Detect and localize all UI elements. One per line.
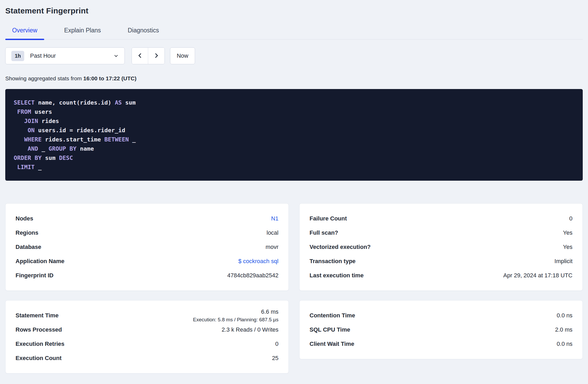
- info-row-label: Last execution time: [310, 272, 371, 279]
- tab-overview[interactable]: Overview: [5, 27, 44, 39]
- info-row: Failure Count0: [310, 211, 572, 226]
- info-row-label: Failure Count: [310, 215, 355, 222]
- info-row: Fingerprint ID4784cb829aab2542: [16, 268, 278, 283]
- sql-line: SELECT name, count(rides.id) AS sum: [14, 98, 574, 107]
- info-row-label: Fingerprint ID: [16, 272, 61, 279]
- sql-line: WHERE rides.start_time BETWEEN _: [14, 135, 574, 144]
- info-row: Regionslocal: [16, 226, 278, 240]
- info-row-label: Regions: [16, 229, 46, 236]
- info-row-value: Yes: [563, 244, 572, 250]
- info-row: NodesN1: [16, 211, 278, 226]
- info-row: Full scan?Yes: [310, 226, 572, 240]
- sql-statement-text: SELECT name, count(rides.id) AS sum FROM…: [14, 98, 574, 172]
- info-row-label: Execution Retries: [16, 341, 72, 347]
- info-row: Transaction typeImplicit: [310, 254, 572, 268]
- chevron-right-icon: [153, 52, 160, 60]
- sql-line: JOIN rides: [14, 116, 574, 126]
- info-row-value: 0.0 ns: [557, 312, 572, 319]
- info-row-value: Apr 29, 2024 at 17:18 UTC: [503, 272, 572, 279]
- sql-line: FROM users: [14, 107, 574, 116]
- info-row-label: Transaction type: [310, 258, 363, 265]
- previous-time-window-button[interactable]: [132, 48, 148, 64]
- now-button[interactable]: Now: [170, 47, 195, 64]
- info-row: Databasemovr: [16, 240, 278, 254]
- info-row-label: Contention Time: [310, 312, 363, 319]
- resource-times-card: Contention Time0.0 nsSQL CPU Time2.0 msC…: [299, 300, 583, 359]
- info-row: Execution Retries0: [16, 337, 278, 351]
- info-row-value-link[interactable]: N1: [271, 215, 278, 222]
- info-row-value-link[interactable]: $ cockroach sql: [238, 258, 278, 264]
- info-row-value: 2.0 ms: [555, 326, 572, 333]
- info-row-value: movr: [266, 244, 278, 250]
- chevron-left-icon: [137, 52, 143, 60]
- sql-line: ORDER BY sum DESC: [14, 153, 574, 163]
- info-row-label: Database: [16, 244, 49, 250]
- info-row: Contention Time0.0 ns: [310, 308, 572, 323]
- statement-details-card: NodesN1RegionslocalDatabasemovrApplicati…: [5, 203, 289, 291]
- info-row-label: Rows Processed: [16, 326, 70, 333]
- info-row: Last execution timeApr 29, 2024 at 17:18…: [310, 268, 572, 283]
- statement-times-card: Statement Time6.6 msExecution: 5.8 ms / …: [5, 300, 289, 373]
- info-row-label: Execution Count: [16, 355, 69, 362]
- aggregated-stats-prefix: Showing aggregated stats from: [5, 75, 83, 81]
- info-row-value: 25: [272, 355, 278, 361]
- info-row-label: Statement Time: [16, 312, 66, 319]
- time-controls: 1h Past Hour Now: [5, 47, 583, 64]
- time-window-nav: [132, 47, 165, 64]
- execution-attributes-card: Failure Count0Full scan?YesVectorized ex…: [299, 203, 583, 291]
- time-range-label: Past Hour: [30, 52, 56, 59]
- info-row-value: 4784cb829aab2542: [227, 272, 278, 279]
- info-row-value: 2.3 k Reads / 0 Writes: [222, 326, 278, 333]
- info-row: Client Wait Time0.0 ns: [310, 337, 572, 351]
- time-interval-badge: 1h: [11, 51, 24, 61]
- info-row-value: 0.0 ns: [557, 341, 572, 347]
- info-row: SQL CPU Time2.0 ms: [310, 323, 572, 337]
- info-row-label: Full scan?: [310, 229, 346, 236]
- page-title: Statement Fingerprint: [5, 6, 583, 15]
- info-row-label: Vectorized execution?: [310, 244, 378, 250]
- info-row: Vectorized execution?Yes: [310, 240, 572, 254]
- info-row: Rows Processed2.3 k Reads / 0 Writes: [16, 323, 278, 337]
- info-row-label: Nodes: [16, 215, 41, 222]
- tab-diagnostics[interactable]: Diagnostics: [121, 27, 166, 39]
- info-row-label: Application Name: [16, 258, 72, 265]
- info-row-value: 0: [275, 341, 278, 347]
- sql-line: LIMIT _: [14, 163, 574, 172]
- info-row-value: 6.6 ms: [261, 308, 278, 315]
- info-row: Statement Time6.6 msExecution: 5.8 ms / …: [16, 308, 278, 323]
- info-row-label: SQL CPU Time: [310, 326, 358, 333]
- sql-line: AND _ GROUP BY name: [14, 144, 574, 153]
- tab-explain-plans[interactable]: Explain Plans: [57, 27, 108, 39]
- summary-cards: NodesN1RegionslocalDatabasemovrApplicati…: [5, 203, 583, 373]
- info-row-value: local: [267, 229, 278, 236]
- statement-fingerprint-page: Statement Fingerprint Overview Explain P…: [0, 0, 588, 373]
- chevron-down-icon: [113, 53, 119, 59]
- info-row-value: Implicit: [555, 258, 572, 264]
- aggregated-stats-range: 16:00 to 17:22 (UTC): [83, 75, 137, 81]
- info-row-value: 0: [569, 215, 572, 222]
- info-row-value: Yes: [563, 229, 572, 236]
- tab-bar: Overview Explain Plans Diagnostics: [5, 27, 583, 40]
- aggregated-stats-line: Showing aggregated stats from 16:00 to 1…: [5, 75, 583, 82]
- info-row: Execution Count25: [16, 351, 278, 365]
- info-row-label: Client Wait Time: [310, 341, 362, 347]
- time-range-select[interactable]: 1h Past Hour: [5, 47, 125, 64]
- sql-line: ON users.id = rides.rider_id: [14, 126, 574, 135]
- next-time-window-button[interactable]: [148, 48, 165, 64]
- sql-statement-box: SELECT name, count(rides.id) AS sum FROM…: [5, 89, 583, 181]
- info-row: Application Name$ cockroach sql: [16, 254, 278, 268]
- info-row-subtext: Execution: 5.8 ms / Planning: 687.5 µs: [193, 317, 278, 323]
